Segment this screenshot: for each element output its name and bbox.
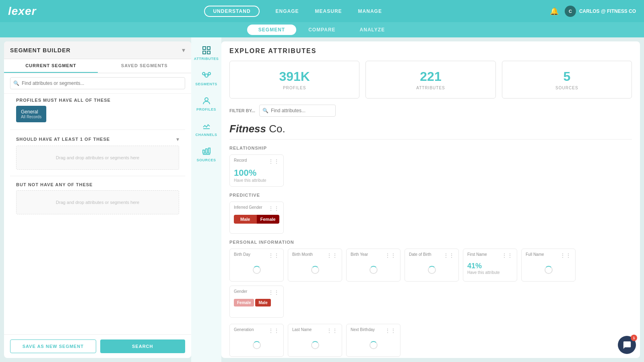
record-card: Record ⋮⋮ 100% Have this attribute — [229, 154, 284, 187]
next-birthday-spinner — [369, 341, 378, 349]
record-card-name: Record — [234, 158, 247, 162]
nav-manage[interactable]: MANAGE — [358, 8, 382, 14]
stat-attributes: 221 ATTRIBUTES — [365, 61, 495, 99]
drag-drop-not-label: Drag and drop attributes or segments her… — [56, 200, 139, 205]
first-name-pct: 41% — [467, 262, 513, 270]
svg-point-5 — [202, 72, 205, 75]
sidebar-item-sources[interactable]: SOURCES — [191, 143, 221, 166]
date-of-birth-spinner — [428, 266, 436, 274]
nav-measure[interactable]: MEASURE — [315, 8, 342, 14]
last-name-card: Last Name ⋮⋮ — [288, 324, 342, 357]
brand-name: Fitness Co. — [229, 123, 285, 135]
first-name-menu-icon[interactable]: ⋮⋮ — [502, 252, 513, 259]
svg-rect-12 — [206, 149, 207, 153]
icon-sidebar: ATTRIBUTES SEGMENTS PROFILES CHA — [191, 37, 221, 362]
birth-year-card: Birth Year ⋮⋮ — [346, 249, 400, 282]
notification-bell-icon[interactable]: 🔔 — [550, 7, 559, 16]
personal-info-section: PERSONAL INFORMATION Birth Day ⋮⋮ Birth … — [229, 240, 632, 318]
general-tag: General All Records — [16, 106, 46, 122]
inferred-gender-menu-icon[interactable]: ⋮⋮ — [268, 205, 279, 212]
gender-card-menu-icon[interactable]: ⋮⋮ — [268, 289, 279, 296]
sidebar-label-profiles: PROFILES — [196, 107, 216, 111]
full-name-spinner — [545, 266, 553, 274]
birth-year-menu-icon[interactable]: ⋮⋮ — [385, 252, 396, 259]
birth-month-card: Birth Month ⋮⋮ — [288, 249, 342, 282]
search-button[interactable]: SEARCH — [100, 339, 186, 353]
should-have-toggle[interactable]: ▾ — [176, 136, 179, 142]
sb-footer: SAVE AS NEW SEGMENT SEARCH — [4, 334, 191, 358]
save-as-new-segment-button[interactable]: SAVE AS NEW SEGMENT — [10, 339, 96, 353]
sidebar-item-segments[interactable]: SEGMENTS — [191, 67, 221, 90]
date-of-birth-name: Date of Birth — [409, 252, 431, 257]
user-label: CARLOS @ FITNESS CO — [579, 8, 636, 14]
relationship-cards: Record ⋮⋮ 100% Have this attribute — [229, 154, 632, 187]
sidebar-label-sources: SOURCES — [196, 158, 216, 162]
birth-day-menu-icon[interactable]: ⋮⋮ — [268, 252, 279, 259]
svg-rect-11 — [203, 150, 204, 153]
tab-compare[interactable]: COMPARE — [296, 24, 347, 36]
last-name-spinner — [311, 341, 319, 349]
not-have-section: BUT NOT HAVE ANY OF THESE Drag and drop … — [10, 178, 185, 218]
birth-day-spinner — [253, 266, 261, 274]
birth-month-menu-icon[interactable]: ⋮⋮ — [326, 252, 338, 259]
gender-female-pill[interactable]: Female — [234, 299, 254, 306]
sb-scroll-area: PROFILES MUST HAVE ALL OF THESE General … — [4, 94, 191, 334]
chevron-down-icon[interactable]: ▾ — [182, 46, 185, 54]
record-card-menu-icon[interactable]: ⋮⋮ — [268, 158, 279, 165]
segment-builder: SEGMENT BUILDER ▾ CURRENT SEGMENT SAVED … — [4, 41, 191, 358]
date-of-birth-menu-icon[interactable]: ⋮⋮ — [443, 252, 454, 259]
full-name-card: Full Name ⋮⋮ — [521, 249, 576, 282]
sidebar-item-channels[interactable]: CHANNELS — [191, 117, 221, 141]
not-have-dropzone: Drag and drop attributes or segments her… — [16, 190, 179, 214]
brand-script: Fitness — [229, 123, 266, 135]
record-pct: 100% — [234, 168, 279, 178]
should-have-section: SHOULD HAVE AT LEAST 1 OF THESE ▾ Drag a… — [10, 132, 185, 174]
generation-menu-icon[interactable]: ⋮⋮ — [268, 327, 279, 334]
stat-cards: 391K PROFILES 221 ATTRIBUTES 5 SOURCES — [229, 61, 632, 99]
tab-saved-segments[interactable]: SAVED SEGMENTS — [98, 59, 192, 73]
svg-rect-0 — [203, 47, 206, 49]
sidebar-label-channels: CHANNELS — [195, 133, 217, 137]
nav-right: 🔔 C CARLOS @ FITNESS CO — [550, 6, 636, 17]
full-name-card-name: Full Name — [526, 252, 544, 257]
birth-month-spinner — [311, 266, 319, 274]
sidebar-label-segments: SEGMENTS — [195, 82, 217, 86]
svg-rect-3 — [207, 51, 210, 54]
not-have-title: BUT NOT HAVE ANY OF THESE — [16, 182, 93, 187]
first-name-card-name: First Name — [467, 252, 487, 257]
sb-title: SEGMENT BUILDER — [10, 47, 70, 53]
brand-header: Fitness Co. — [229, 123, 632, 140]
relationship-section: RELATIONSHIP Record ⋮⋮ 100% Have this at… — [229, 146, 632, 187]
full-name-menu-icon[interactable]: ⋮⋮ — [560, 252, 571, 259]
female-pill[interactable]: Female — [257, 215, 280, 224]
tab-analyze[interactable]: ANALYZE — [348, 24, 397, 36]
gender-card: Gender ⋮⋮ Female Male — [229, 286, 284, 318]
tab-segment[interactable]: SEGMENT — [247, 25, 296, 35]
drag-drop-should-label: Drag and drop attributes or segments her… — [56, 155, 139, 160]
last-name-menu-icon[interactable]: ⋮⋮ — [326, 327, 338, 334]
sidebar-item-attributes[interactable]: ATTRIBUTES — [191, 41, 221, 65]
personal-info-title: PERSONAL INFORMATION — [229, 240, 632, 245]
sb-header: SEGMENT BUILDER ▾ — [4, 41, 191, 59]
user-avatar: C — [565, 6, 576, 17]
sidebar-item-profiles[interactable]: PROFILES — [191, 92, 221, 115]
gender-male-pill[interactable]: Male — [255, 299, 270, 306]
stat-profiles: 391K PROFILES — [229, 61, 359, 99]
filter-search-icon: 🔍 — [262, 108, 268, 113]
must-have-title: PROFILES MUST HAVE ALL OF THESE — [16, 98, 111, 103]
male-pill[interactable]: Male — [234, 215, 257, 224]
chat-badge: 1 — [631, 335, 637, 341]
segment-search-input[interactable] — [10, 77, 185, 89]
understand-button[interactable]: UNDERSTAND — [204, 6, 259, 17]
attributes-label: ATTRIBUTES — [374, 86, 487, 90]
birth-year-spinner — [369, 266, 378, 274]
chat-bubble[interactable]: 1 — [618, 336, 636, 354]
main-content: SEGMENT BUILDER ▾ CURRENT SEGMENT SAVED … — [0, 37, 644, 362]
user-info: C CARLOS @ FITNESS CO — [565, 6, 636, 17]
nav-engage[interactable]: ENGAGE — [276, 8, 299, 14]
explore-panel: EXPLORE ATTRIBUTES 391K PROFILES 221 ATT… — [221, 41, 640, 358]
tab-current-segment[interactable]: CURRENT SEGMENT — [4, 59, 98, 73]
inferred-gender-card: Inferred Gender ⋮⋮ Male Female — [229, 202, 284, 234]
filter-attributes-input[interactable] — [259, 105, 336, 117]
next-birthday-menu-icon[interactable]: ⋮⋮ — [385, 327, 396, 334]
